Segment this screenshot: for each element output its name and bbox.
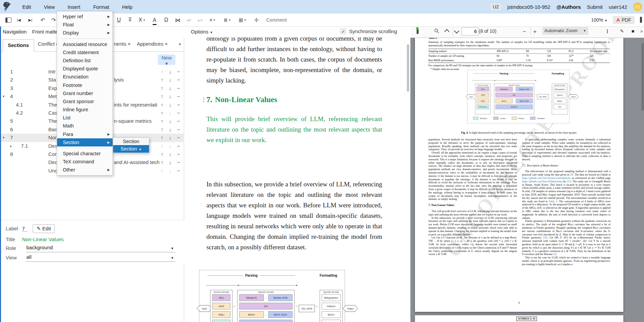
menu-item-definition-list[interactable]: Definition list [57, 56, 113, 65]
menu-format[interactable]: Format [89, 4, 114, 10]
move-up-icon[interactable]: ↑ [161, 68, 164, 76]
pdf-more-tools-icon[interactable]: » [640, 28, 643, 34]
move-up-icon[interactable]: ↑ [161, 92, 164, 100]
move-up-icon[interactable]: ↑ [161, 76, 164, 84]
move-up-icon[interactable]: ↑ [161, 125, 164, 134]
chevron-down-icon[interactable]: ▼ [171, 256, 174, 260]
menu-item-math[interactable]: Math [57, 122, 113, 130]
pdf-zoom-in-icon[interactable]: + [533, 28, 537, 35]
menu-item-displayed-quote[interactable]: Displayed quote [57, 65, 113, 73]
remove-icon[interactable]: − [177, 158, 180, 166]
pdf-sidebar-toggle-icon[interactable] [417, 28, 417, 34]
submit-button[interactable]: Submit [587, 4, 603, 10]
move-down-icon[interactable]: ↓ [169, 117, 172, 125]
remove-icon[interactable]: − [177, 150, 180, 158]
remove-icon[interactable]: − [177, 68, 180, 76]
editor-section-heading[interactable]: ⋮ 7.Non-Linear Values [206, 95, 411, 104]
subscript-dropdown-icon[interactable]: X▼ [139, 16, 146, 24]
remove-icon[interactable]: − [177, 134, 180, 142]
move-down-icon[interactable]: ↓ [169, 109, 172, 117]
font-color-icon[interactable]: A [153, 16, 156, 25]
view-select[interactable]: all [26, 254, 31, 260]
move-down-icon[interactable]: ↓ [169, 134, 172, 142]
menu-view[interactable]: View [40, 4, 59, 10]
move-up-icon[interactable]: ↑ [161, 117, 164, 125]
outdent-icon[interactable]: ◂≡ [187, 16, 191, 24]
menu-item-footnote[interactable]: Footnote [57, 81, 113, 89]
menu-item-inline-figure[interactable]: Inline figure [57, 106, 113, 114]
menu-item-display[interactable]: Display▶ [57, 29, 113, 37]
menu-item-list[interactable]: List [57, 114, 113, 122]
move-down-icon[interactable]: ↓ [169, 84, 172, 92]
collapse-icon[interactable]: ▾ [3, 134, 4, 142]
move-up-icon[interactable]: ↑ [161, 142, 164, 150]
collapse-icon[interactable]: ▾ [3, 92, 4, 100]
menu-item-special-character[interactable]: Special character [57, 150, 113, 158]
editor-scrollbar[interactable] [407, 44, 409, 92]
comment-button[interactable]: Comment [266, 16, 287, 24]
menu-help[interactable]: Help [118, 4, 137, 10]
table-icon[interactable]: ⊞▼ [239, 16, 246, 24]
tab-navigation[interactable]: Navigation [3, 29, 27, 34]
title-field-value[interactable]: Non-Linear Values [22, 236, 64, 242]
move-down-icon[interactable]: ↓ [169, 150, 172, 158]
submenu-item-section-dropdown[interactable]: Section▼ [113, 145, 149, 153]
move-up-icon[interactable]: ↑ [161, 150, 164, 158]
special-symbol-icon[interactable]: Ω [164, 16, 168, 24]
pdf-zoom-select[interactable]: Automatic Zoom▼ [542, 27, 588, 35]
move-up-icon[interactable]: ↑ [161, 134, 164, 142]
remove-icon[interactable]: − [177, 167, 180, 175]
menu-item-other[interactable]: Other▶ [57, 166, 113, 174]
menu-insert[interactable]: Insert [64, 4, 84, 10]
menu-item-tex-command[interactable]: TeX command [57, 158, 113, 166]
bullet-list-icon[interactable]: ≡▼ [209, 16, 216, 24]
numbered-list-icon[interactable]: ≣▼ [224, 16, 231, 24]
authors-link[interactable]: @Authors [556, 4, 581, 10]
move-down-icon[interactable]: ↓ [169, 142, 172, 150]
pdf-button[interactable]: PDF [613, 16, 635, 24]
pdf-text-select-icon[interactable]: I [606, 28, 608, 34]
menu-item-float[interactable]: Float▶ [57, 21, 113, 29]
sync-scrolling-checkbox[interactable]: ✓ [340, 28, 346, 34]
menu-item-grant-sponsor[interactable]: Grant sponsor [57, 97, 113, 106]
pdf-zoom-out-icon[interactable]: − [523, 28, 526, 35]
menu-item-credit-statement[interactable]: Credit statement [57, 48, 113, 56]
strikethrough-icon[interactable]: T [128, 16, 132, 24]
move-down-icon[interactable]: ↓ [169, 68, 172, 76]
remove-icon[interactable]: − [177, 101, 180, 109]
role-select[interactable]: background [26, 245, 53, 250]
remove-icon[interactable]: − [177, 84, 180, 92]
jump-end-icon[interactable]: ▶| [28, 16, 32, 24]
pdf-page-input[interactable] [462, 27, 478, 36]
pdf-prev-page-icon[interactable] [445, 28, 449, 34]
new-section-button[interactable]: New ▾ [158, 54, 175, 65]
jump-start-icon[interactable]: |◀ [17, 16, 21, 24]
menu-item-associated-resource[interactable]: Associated resource [57, 40, 113, 48]
remove-icon[interactable]: − [177, 92, 180, 100]
submenu-item-section[interactable]: Section [113, 138, 149, 145]
tab-ments-close[interactable]: nents × [114, 41, 131, 47]
remove-icon[interactable]: − [177, 109, 180, 117]
undo-icon[interactable]: ↶ [41, 16, 45, 24]
editor-placeholder-paragraph[interactable]: This will provide brief overview of LLM,… [206, 114, 382, 145]
editor-paragraph[interactable]: In this subsection, we provide a brief o… [206, 179, 382, 252]
pdf-viewer[interactable]: UNCORRECTED PROOF Table 4 Summary of sam… [411, 38, 644, 322]
menu-item-enunciation[interactable]: Enunciation [57, 73, 113, 81]
menu-item-para[interactable]: Para▶ [57, 130, 113, 138]
move-down-icon[interactable]: ↓ [169, 125, 172, 134]
pdf-annotate-icon[interactable]: ✎ [620, 28, 624, 34]
chevron-down-icon[interactable]: ▼ [171, 247, 174, 250]
editor-figure[interactable]: Parsing Formatting ▲▲ Input Generic form… [199, 270, 411, 322]
move-down-icon[interactable]: ↓ [169, 76, 172, 84]
indent-icon[interactable]: ▸≡ [198, 16, 203, 24]
redo-icon[interactable]: ↷ [51, 16, 56, 24]
menu-item-grant-number[interactable]: Grant number [57, 89, 113, 97]
pdf-stamp-icon[interactable]: ■ [631, 28, 634, 34]
tab-front-matter[interactable]: Front matter [32, 29, 60, 34]
move-down-icon[interactable]: ↓ [169, 158, 172, 166]
move-down-icon[interactable]: ↓ [169, 101, 172, 109]
drag-handle-icon[interactable]: ⋮ [201, 96, 206, 103]
editor-pane[interactable]: ontology is populated from a given corpu… [184, 38, 411, 322]
user-avatar-badge[interactable]: U1 [633, 2, 642, 11]
move-up-icon[interactable]: ↑ [161, 84, 164, 92]
